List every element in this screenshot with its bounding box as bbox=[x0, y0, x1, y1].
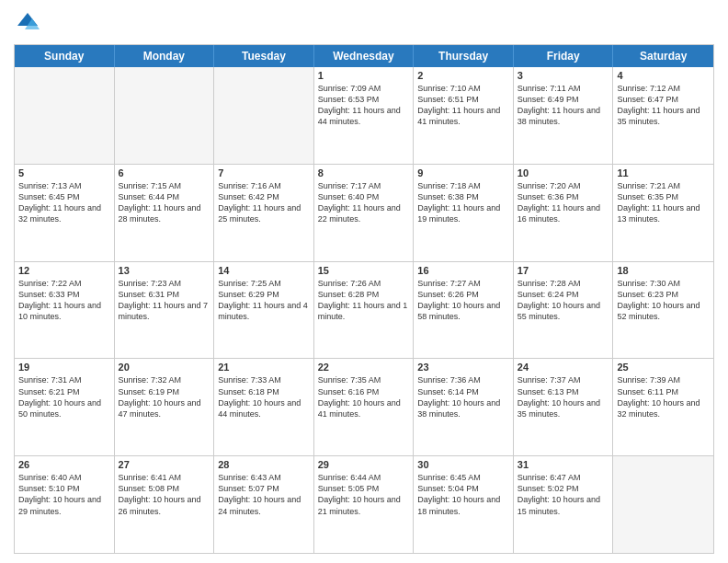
day-info: Sunrise: 7:20 AMSunset: 6:36 PMDaylight:… bbox=[518, 180, 609, 225]
day-cell-29: 29Sunrise: 6:44 AMSunset: 5:05 PMDayligh… bbox=[314, 456, 415, 553]
day-cell-14: 14Sunrise: 7:25 AMSunset: 6:29 PMDayligh… bbox=[214, 262, 314, 359]
calendar-header: SundayMondayTuesdayWednesdayThursdayFrid… bbox=[15, 45, 713, 67]
day-info: Sunrise: 7:32 AMSunset: 6:19 PMDaylight:… bbox=[119, 374, 210, 419]
day-number: 24 bbox=[518, 362, 609, 373]
day-info: Sunrise: 7:36 AMSunset: 6:14 PMDaylight:… bbox=[417, 374, 509, 419]
calendar: SundayMondayTuesdayWednesdayThursdayFrid… bbox=[14, 44, 714, 554]
day-cell-24: 24Sunrise: 7:37 AMSunset: 6:13 PMDayligh… bbox=[514, 359, 614, 455]
day-info: Sunrise: 7:12 AMSunset: 6:47 PMDaylight:… bbox=[617, 83, 710, 128]
day-cell-10: 10Sunrise: 7:20 AMSunset: 6:36 PMDayligh… bbox=[514, 165, 614, 261]
empty-cell bbox=[214, 67, 314, 164]
day-cell-9: 9Sunrise: 7:18 AMSunset: 6:38 PMDaylight… bbox=[414, 165, 514, 261]
day-cell-28: 28Sunrise: 6:43 AMSunset: 5:07 PMDayligh… bbox=[214, 456, 314, 553]
day-info: Sunrise: 7:15 AMSunset: 6:44 PMDaylight:… bbox=[119, 180, 210, 225]
day-cell-4: 4Sunrise: 7:12 AMSunset: 6:47 PMDaylight… bbox=[613, 67, 713, 164]
day-info: Sunrise: 7:30 AMSunset: 6:23 PMDaylight:… bbox=[617, 278, 710, 323]
day-info: Sunrise: 6:41 AMSunset: 5:08 PMDaylight:… bbox=[119, 472, 210, 517]
day-cell-26: 26Sunrise: 6:40 AMSunset: 5:10 PMDayligh… bbox=[15, 456, 115, 553]
day-number: 16 bbox=[417, 265, 509, 276]
day-cell-2: 2Sunrise: 7:10 AMSunset: 6:51 PMDaylight… bbox=[414, 67, 514, 164]
day-cell-6: 6Sunrise: 7:15 AMSunset: 6:44 PMDaylight… bbox=[115, 165, 215, 261]
day-info: Sunrise: 6:40 AMSunset: 5:10 PMDaylight:… bbox=[18, 472, 110, 517]
day-cell-31: 31Sunrise: 6:47 AMSunset: 5:02 PMDayligh… bbox=[514, 456, 614, 553]
day-cell-16: 16Sunrise: 7:27 AMSunset: 6:26 PMDayligh… bbox=[414, 262, 514, 359]
day-cell-7: 7Sunrise: 7:16 AMSunset: 6:42 PMDaylight… bbox=[214, 165, 314, 261]
day-info: Sunrise: 7:09 AMSunset: 6:53 PMDaylight:… bbox=[318, 83, 410, 128]
day-info: Sunrise: 7:17 AMSunset: 6:40 PMDaylight:… bbox=[318, 180, 410, 225]
day-number: 12 bbox=[18, 265, 110, 276]
day-info: Sunrise: 7:10 AMSunset: 6:51 PMDaylight:… bbox=[417, 83, 509, 128]
day-cell-19: 19Sunrise: 7:31 AMSunset: 6:21 PMDayligh… bbox=[15, 359, 115, 455]
day-cell-23: 23Sunrise: 7:36 AMSunset: 6:14 PMDayligh… bbox=[414, 359, 514, 455]
calendar-row-2: 12Sunrise: 7:22 AMSunset: 6:33 PMDayligh… bbox=[15, 261, 713, 359]
day-cell-21: 21Sunrise: 7:33 AMSunset: 6:18 PMDayligh… bbox=[214, 359, 314, 455]
day-number: 4 bbox=[617, 70, 710, 81]
day-number: 31 bbox=[518, 459, 609, 470]
day-number: 7 bbox=[218, 167, 310, 178]
day-cell-22: 22Sunrise: 7:35 AMSunset: 6:16 PMDayligh… bbox=[314, 359, 415, 455]
day-cell-20: 20Sunrise: 7:32 AMSunset: 6:19 PMDayligh… bbox=[115, 359, 215, 455]
day-cell-12: 12Sunrise: 7:22 AMSunset: 6:33 PMDayligh… bbox=[15, 262, 115, 359]
day-cell-5: 5Sunrise: 7:13 AMSunset: 6:45 PMDaylight… bbox=[15, 165, 115, 261]
day-info: Sunrise: 7:23 AMSunset: 6:31 PMDaylight:… bbox=[119, 278, 210, 323]
day-info: Sunrise: 7:13 AMSunset: 6:45 PMDaylight:… bbox=[18, 180, 110, 225]
logo-icon bbox=[14, 9, 41, 37]
day-header-wednesday: Wednesday bbox=[314, 45, 415, 67]
day-info: Sunrise: 7:31 AMSunset: 6:21 PMDaylight:… bbox=[18, 374, 110, 419]
day-header-monday: Monday bbox=[115, 45, 215, 67]
calendar-row-4: 26Sunrise: 6:40 AMSunset: 5:10 PMDayligh… bbox=[15, 455, 713, 553]
day-cell-25: 25Sunrise: 7:39 AMSunset: 6:11 PMDayligh… bbox=[613, 359, 713, 455]
day-info: Sunrise: 7:33 AMSunset: 6:18 PMDaylight:… bbox=[218, 374, 310, 419]
day-number: 6 bbox=[119, 167, 210, 178]
day-number: 30 bbox=[417, 459, 509, 470]
calendar-row-3: 19Sunrise: 7:31 AMSunset: 6:21 PMDayligh… bbox=[15, 358, 713, 455]
day-number: 13 bbox=[119, 265, 210, 276]
day-cell-3: 3Sunrise: 7:11 AMSunset: 6:49 PMDaylight… bbox=[514, 67, 614, 164]
day-number: 10 bbox=[518, 167, 609, 178]
day-cell-27: 27Sunrise: 6:41 AMSunset: 5:08 PMDayligh… bbox=[115, 456, 215, 553]
day-cell-17: 17Sunrise: 7:28 AMSunset: 6:24 PMDayligh… bbox=[514, 262, 614, 359]
day-cell-1: 1Sunrise: 7:09 AMSunset: 6:53 PMDaylight… bbox=[314, 67, 415, 164]
day-info: Sunrise: 7:28 AMSunset: 6:24 PMDaylight:… bbox=[518, 278, 609, 323]
day-number: 5 bbox=[18, 167, 110, 178]
day-number: 9 bbox=[417, 167, 509, 178]
day-info: Sunrise: 6:45 AMSunset: 5:04 PMDaylight:… bbox=[417, 472, 509, 517]
day-number: 15 bbox=[318, 265, 410, 276]
day-header-sunday: Sunday bbox=[15, 45, 115, 67]
day-header-tuesday: Tuesday bbox=[214, 45, 314, 67]
day-number: 2 bbox=[417, 70, 509, 81]
day-info: Sunrise: 7:18 AMSunset: 6:38 PMDaylight:… bbox=[417, 180, 509, 225]
empty-cell bbox=[115, 67, 215, 164]
day-info: Sunrise: 7:26 AMSunset: 6:28 PMDaylight:… bbox=[318, 278, 410, 323]
day-info: Sunrise: 7:16 AMSunset: 6:42 PMDaylight:… bbox=[218, 180, 310, 225]
day-number: 27 bbox=[119, 459, 210, 470]
day-info: Sunrise: 7:35 AMSunset: 6:16 PMDaylight:… bbox=[318, 374, 410, 419]
calendar-body: 1Sunrise: 7:09 AMSunset: 6:53 PMDaylight… bbox=[15, 67, 713, 553]
day-header-thursday: Thursday bbox=[414, 45, 514, 67]
day-cell-13: 13Sunrise: 7:23 AMSunset: 6:31 PMDayligh… bbox=[115, 262, 215, 359]
day-info: Sunrise: 7:11 AMSunset: 6:49 PMDaylight:… bbox=[518, 83, 609, 128]
day-info: Sunrise: 6:47 AMSunset: 5:02 PMDaylight:… bbox=[518, 472, 609, 517]
day-header-friday: Friday bbox=[514, 45, 614, 67]
day-number: 14 bbox=[218, 265, 310, 276]
day-number: 3 bbox=[518, 70, 609, 81]
calendar-row-1: 5Sunrise: 7:13 AMSunset: 6:45 PMDaylight… bbox=[15, 164, 713, 261]
day-number: 22 bbox=[318, 362, 410, 373]
day-cell-15: 15Sunrise: 7:26 AMSunset: 6:28 PMDayligh… bbox=[314, 262, 415, 359]
page: SundayMondayTuesdayWednesdayThursdayFrid… bbox=[0, 0, 728, 563]
day-cell-30: 30Sunrise: 6:45 AMSunset: 5:04 PMDayligh… bbox=[414, 456, 514, 553]
day-number: 8 bbox=[318, 167, 410, 178]
day-number: 1 bbox=[318, 70, 410, 81]
day-cell-11: 11Sunrise: 7:21 AMSunset: 6:35 PMDayligh… bbox=[613, 165, 713, 261]
day-info: Sunrise: 7:27 AMSunset: 6:26 PMDaylight:… bbox=[417, 278, 509, 323]
day-info: Sunrise: 6:44 AMSunset: 5:05 PMDaylight:… bbox=[318, 472, 410, 517]
calendar-row-0: 1Sunrise: 7:09 AMSunset: 6:53 PMDaylight… bbox=[15, 67, 713, 164]
header bbox=[14, 9, 714, 37]
day-info: Sunrise: 7:37 AMSunset: 6:13 PMDaylight:… bbox=[518, 374, 609, 419]
day-number: 29 bbox=[318, 459, 410, 470]
day-number: 17 bbox=[518, 265, 609, 276]
day-number: 19 bbox=[18, 362, 110, 373]
day-number: 21 bbox=[218, 362, 310, 373]
day-info: Sunrise: 6:43 AMSunset: 5:07 PMDaylight:… bbox=[218, 472, 310, 517]
day-info: Sunrise: 7:25 AMSunset: 6:29 PMDaylight:… bbox=[218, 278, 310, 323]
